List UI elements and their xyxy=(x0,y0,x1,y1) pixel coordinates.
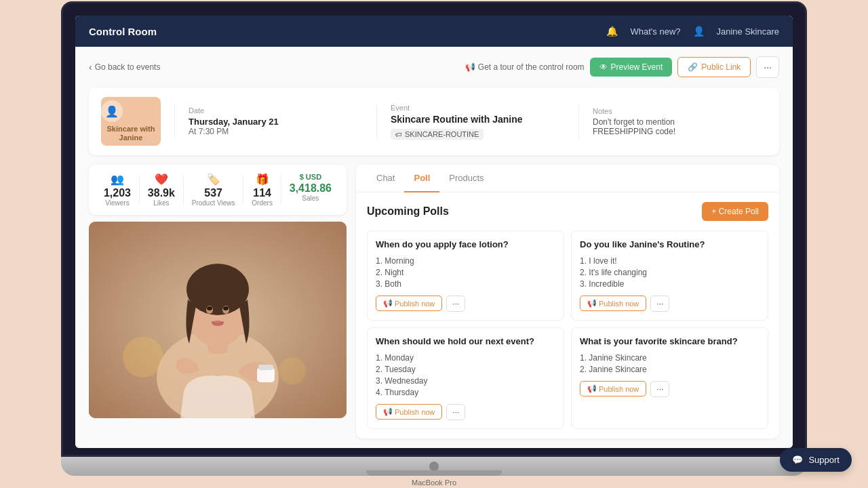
orders-label: Orders xyxy=(252,199,273,207)
polls-header: Upcoming Polls + Create Poll xyxy=(367,202,768,221)
support-button[interactable]: 💬 Support xyxy=(780,448,852,472)
macbook-label: MacBook Pro xyxy=(61,479,807,487)
poll-card-footer-3: 📢 Publish now ··· xyxy=(376,404,555,420)
stat-likes: ❤️ 38.9k Likes xyxy=(148,173,175,207)
date-label: Date xyxy=(189,106,363,115)
publish-now-button-2[interactable]: 📢 Publish now xyxy=(580,296,646,311)
video-panel: 👥 1,203 Viewers ❤️ 38.9k Likes xyxy=(89,165,347,438)
main-content: 👥 1,203 Viewers ❤️ 38.9k Likes xyxy=(89,165,779,438)
poll-more-button-2[interactable]: ··· xyxy=(650,296,669,312)
poll-question-1: When do you apply face lotion? xyxy=(376,239,555,251)
tag-icon: 🏷 xyxy=(395,131,402,138)
whats-new-link[interactable]: What's new? xyxy=(630,26,680,37)
event-thumbnail: 👤 Skincare with Janine xyxy=(101,97,161,146)
orders-icon: 🎁 xyxy=(252,173,273,186)
poll-card-footer-4: 📢 Publish now ··· xyxy=(580,381,760,397)
poll-more-button-3[interactable]: ··· xyxy=(446,404,465,420)
poll-options-1: 1. Morning 2. Night 3. Both xyxy=(376,256,555,289)
poll-card-3: When should we hold our next event? 1. M… xyxy=(367,327,564,429)
stat-viewers: 👥 1,203 Viewers xyxy=(104,173,131,207)
poll-question-3: When should we hold our next event? xyxy=(376,336,555,348)
eye-icon: 👁 xyxy=(599,62,608,72)
publish-now-button-4[interactable]: 📢 Publish now xyxy=(580,381,646,396)
event-card: 👤 Skincare with Janine Date Thursday, Ja… xyxy=(89,87,779,155)
woman-illustration xyxy=(89,222,347,418)
svg-point-9 xyxy=(207,306,212,310)
tabs-row: Chat Poll Products xyxy=(356,165,779,192)
tab-poll[interactable]: Poll xyxy=(404,165,439,192)
poll-option: 1. Janine Skincare xyxy=(580,353,760,363)
svg-rect-13 xyxy=(258,365,273,370)
poll-question-2: Do you like Janine's Routine? xyxy=(580,239,760,251)
event-info-section: Event Skincare Routine with Janine 🏷 SKI… xyxy=(391,104,565,140)
tab-chat[interactable]: Chat xyxy=(367,165,404,192)
link-icon: 🔗 xyxy=(688,62,698,72)
polls-grid: When do you apply face lotion? 1. Mornin… xyxy=(367,230,768,429)
event-notes-section: Notes Don't forget to mention FREESHIPPI… xyxy=(593,107,767,136)
product-views-value: 537 xyxy=(192,187,235,199)
megaphone-icon: 📢 xyxy=(465,62,475,72)
poll-more-button-1[interactable]: ··· xyxy=(446,296,465,312)
tour-link[interactable]: 📢 Get a tour of the control room xyxy=(465,62,585,72)
viewers-value: 1,203 xyxy=(104,187,131,199)
preview-event-button[interactable]: 👁 Preview Event xyxy=(590,58,673,77)
bell-icon: 🔔 xyxy=(606,26,618,37)
poll-options-2: 1. I love it! 2. It's life changing 3. I… xyxy=(580,256,760,289)
thumb-icon: 👤 xyxy=(101,100,123,122)
stat-divider-3 xyxy=(243,176,243,204)
polls-title: Upcoming Polls xyxy=(367,205,449,218)
poll-option: 2. Night xyxy=(376,268,555,277)
app-body: Go back to events 📢 Get a tour of the co… xyxy=(75,47,793,447)
divider-3 xyxy=(578,104,579,138)
poll-more-button-4[interactable]: ··· xyxy=(650,381,669,397)
poll-option: 2. Tuesday xyxy=(376,365,555,374)
more-options-button[interactable]: ··· xyxy=(756,56,779,78)
sales-label: Sales xyxy=(290,195,332,202)
svg-point-10 xyxy=(223,306,229,310)
video-background xyxy=(89,222,347,418)
publish-now-button-1[interactable]: 📢 Publish now xyxy=(376,296,442,311)
create-poll-button[interactable]: + Create Poll xyxy=(702,202,768,221)
event-label: Event xyxy=(391,104,565,112)
event-time: At 7:30 PM xyxy=(189,127,363,136)
poll-option: 4. Thursday xyxy=(376,388,555,397)
thumb-label: Skincare with Janine xyxy=(101,125,161,142)
poll-option: 3. Both xyxy=(376,279,555,289)
poll-option: 3. Incredible xyxy=(580,279,760,289)
poll-option: 1. Monday xyxy=(376,353,555,363)
viewers-label: Viewers xyxy=(104,199,131,207)
right-panel: Chat Poll Products Upcoming Polls + Crea… xyxy=(356,165,779,438)
event-name: Skincare Routine with Janine xyxy=(391,114,565,125)
divider xyxy=(174,104,175,138)
publish-icon-2: 📢 xyxy=(587,299,597,308)
poll-options-4: 1. Janine Skincare 2. Janine Skincare xyxy=(580,353,760,374)
stat-divider-2 xyxy=(183,176,184,204)
tab-products[interactable]: Products xyxy=(439,165,493,192)
support-chat-icon: 💬 xyxy=(792,455,803,465)
publish-icon-1: 📢 xyxy=(383,299,393,308)
poll-options-3: 1. Monday 2. Tuesday 3. Wednesday 4. Thu… xyxy=(376,353,555,397)
polls-section: Upcoming Polls + Create Poll When do you… xyxy=(356,192,779,439)
svg-point-2 xyxy=(279,357,306,384)
sales-icon: $ USD xyxy=(290,173,332,181)
poll-option: 1. Morning xyxy=(376,256,555,266)
public-link-button[interactable]: 🔗 Public Link xyxy=(677,57,751,77)
stat-orders: 🎁 114 Orders xyxy=(252,173,273,207)
poll-card-1: When do you apply face lotion? 1. Mornin… xyxy=(367,230,564,321)
publish-now-button-3[interactable]: 📢 Publish now xyxy=(376,404,442,420)
notes-value: Don't forget to mention FREESHIPPING cod… xyxy=(593,117,728,136)
poll-option: 3. Wednesday xyxy=(376,376,555,386)
top-right-buttons: 📢 Get a tour of the control room 👁 Previ… xyxy=(465,56,779,78)
poll-question-4: What is your favorite skincare brand? xyxy=(580,336,760,348)
poll-option: 2. It's life changing xyxy=(580,268,760,277)
stat-divider-4 xyxy=(281,176,281,204)
back-link[interactable]: Go back to events xyxy=(89,62,160,73)
stats-row: 👥 1,203 Viewers ❤️ 38.9k Likes xyxy=(89,165,347,215)
poll-option: 2. Janine Skincare xyxy=(580,365,760,374)
top-actions: Go back to events 📢 Get a tour of the co… xyxy=(89,56,779,78)
user-avatar-icon: 👤 xyxy=(693,26,705,37)
publish-icon-3: 📢 xyxy=(383,407,393,416)
poll-card-2: Do you like Janine's Routine? 1. I love … xyxy=(571,230,768,321)
nav-right: 🔔 What's new? 👤 Janine Skincare xyxy=(606,26,779,37)
svg-point-6 xyxy=(186,264,249,315)
